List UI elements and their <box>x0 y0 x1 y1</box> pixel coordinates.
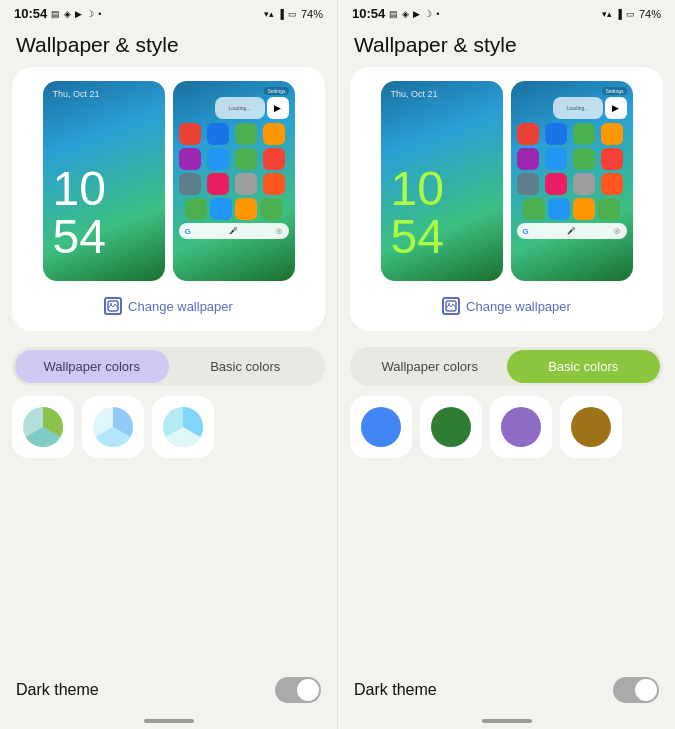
change-wp-icon-right <box>442 297 460 315</box>
pie-chart-1 <box>21 405 65 449</box>
google-g-r: G <box>523 227 529 236</box>
status-bar-left: 10:54 ▤ ◈ ▶ ☽ • ▾▴ ▐ ▭ 74% <box>0 0 337 25</box>
toggle-knob-left <box>297 679 319 701</box>
green-circle <box>431 407 471 447</box>
lock-time-left: 1054 <box>53 165 155 261</box>
search-bar-home-r[interactable]: G 🎤 ◎ <box>517 223 627 239</box>
basic-colors-tab-left[interactable]: Basic colors <box>169 350 323 383</box>
gmail-icon <box>179 123 201 145</box>
purple-circle <box>501 407 541 447</box>
color-tabs-left: Wallpaper colors Basic colors <box>12 347 325 386</box>
app5-icon <box>263 148 285 170</box>
dock2-icon-r <box>548 198 570 220</box>
dock-row-r <box>517 198 627 220</box>
app3-icon <box>207 148 229 170</box>
lock-time-right: 1054 <box>391 165 493 261</box>
sim-icon: ▤ <box>51 9 60 19</box>
home-screen-right: Settings Loading... ▶ <box>511 81 633 281</box>
app2-icon <box>179 148 201 170</box>
youtube-icon-r: ▶ <box>413 9 420 19</box>
gallery-icon-r <box>573 173 595 195</box>
swatch-blue-right[interactable] <box>350 396 412 458</box>
app5-icon-r <box>601 148 623 170</box>
wifi-icon-right: ▾▴ <box>602 9 612 19</box>
battery-icon-left: ▭ <box>288 9 297 19</box>
signal-icon-left: ▐ <box>278 9 284 19</box>
outlook-icon-r <box>545 123 567 145</box>
dock2-icon <box>210 198 232 220</box>
color-tabs-right: Wallpaper colors Basic colors <box>350 347 663 386</box>
toggle-knob-right <box>635 679 657 701</box>
app-icon-grid <box>179 123 289 170</box>
dot-icon-r: • <box>436 9 439 19</box>
change-wallpaper-label-left: Change wallpaper <box>128 299 233 314</box>
dark-theme-label-left: Dark theme <box>16 681 99 699</box>
dark-theme-toggle-left[interactable] <box>275 677 321 703</box>
app3-icon-r <box>545 148 567 170</box>
lens-icon-r: ◎ <box>614 227 620 235</box>
play-icon-home: ▶ <box>267 97 289 119</box>
color-swatches-right <box>338 396 675 468</box>
files-icon-r <box>517 173 539 195</box>
google-g: G <box>185 227 191 236</box>
dock-row <box>179 198 289 220</box>
dark-theme-row-right: Dark theme <box>338 665 675 711</box>
lock-date-left: Thu, Oct 21 <box>53 89 100 99</box>
dock4-icon <box>260 198 282 220</box>
right-panel: 10:54 ▤ ◈ ▶ ☽ • ▾▴ ▐ ▭ 74% Wallpaper & s… <box>337 0 675 729</box>
brown-circle <box>571 407 611 447</box>
sim-icon-r: ▤ <box>389 9 398 19</box>
lock-screen-right: Thu, Oct 21 1054 <box>381 81 503 281</box>
app-icon-grid2-r <box>517 173 627 195</box>
diamond-icon-r: ◈ <box>402 9 409 19</box>
battery-icon-right: ▭ <box>626 9 635 19</box>
phone-icon-r <box>545 173 567 195</box>
swatch-brown-right[interactable] <box>560 396 622 458</box>
files-icon <box>179 173 201 195</box>
left-panel: 10:54 ▤ ◈ ▶ ☽ • ▾▴ ▐ ▭ 74% Wallpaper & s… <box>0 0 337 729</box>
battery-pct-left: 74% <box>301 8 323 20</box>
moon-icon: ☽ <box>86 9 94 19</box>
settings-label-r: Settings <box>602 87 626 95</box>
dock1-icon-r <box>523 198 545 220</box>
maps-icon <box>235 123 257 145</box>
lock-screen-left: Thu, Oct 21 1054 <box>43 81 165 281</box>
app-icon-grid2 <box>179 173 289 195</box>
dock3-icon <box>235 198 257 220</box>
dock3-icon-r <box>573 198 595 220</box>
swatch-green-right[interactable] <box>420 396 482 458</box>
app1-icon-r <box>601 123 623 145</box>
dock4-icon-r <box>598 198 620 220</box>
swatch-1-left[interactable] <box>12 396 74 458</box>
basic-colors-tab-right[interactable]: Basic colors <box>507 350 661 383</box>
diamond-icon: ◈ <box>64 9 71 19</box>
play-icon-home-r: ▶ <box>605 97 627 119</box>
app1-icon <box>263 123 285 145</box>
gmail-icon-r <box>517 123 539 145</box>
lens-icon: ◎ <box>276 227 282 235</box>
change-wallpaper-button-right[interactable]: Change wallpaper <box>430 291 583 321</box>
moon-icon-r: ☽ <box>424 9 432 19</box>
change-wallpaper-button-left[interactable]: Change wallpaper <box>92 291 245 321</box>
app-icon-grid-r <box>517 123 627 170</box>
gallery-icon <box>235 173 257 195</box>
time-left: 10:54 <box>14 6 47 21</box>
swatch-3-left[interactable] <box>152 396 214 458</box>
wallpaper-card-right: Thu, Oct 21 1054 Settings Loading... ▶ <box>350 67 663 331</box>
pie-chart-3 <box>161 405 205 449</box>
wifi-icon-left: ▾▴ <box>264 9 274 19</box>
bottom-bar-left <box>144 719 194 723</box>
search-bar-home[interactable]: G 🎤 ◎ <box>179 223 289 239</box>
swatch-purple-right[interactable] <box>490 396 552 458</box>
wallpaper-colors-tab-left[interactable]: Wallpaper colors <box>15 350 169 383</box>
dark-theme-label-right: Dark theme <box>354 681 437 699</box>
blue-circle <box>361 407 401 447</box>
phone-icon <box>207 173 229 195</box>
maps-icon-r <box>573 123 595 145</box>
status-bar-right: 10:54 ▤ ◈ ▶ ☽ • ▾▴ ▐ ▭ 74% <box>338 0 675 25</box>
dark-theme-toggle-right[interactable] <box>613 677 659 703</box>
swatch-2-left[interactable] <box>82 396 144 458</box>
page-title-left: Wallpaper & style <box>0 25 337 67</box>
wallpaper-colors-tab-right[interactable]: Wallpaper colors <box>353 350 507 383</box>
pie-chart-2 <box>91 405 135 449</box>
